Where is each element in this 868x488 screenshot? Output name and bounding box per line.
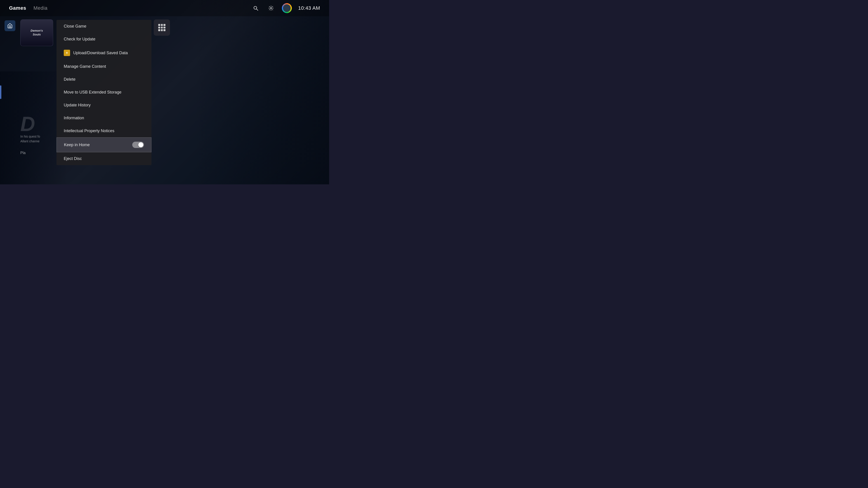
toggle-knob — [138, 142, 143, 147]
menu-item-delete[interactable]: Delete — [57, 73, 151, 86]
svg-line-1 — [256, 9, 258, 11]
settings-button[interactable] — [267, 4, 276, 13]
menu-item-update-history[interactable]: Update History — [57, 99, 151, 111]
game-logo-large: D — [20, 114, 40, 134]
menu-item-keep-home-label: Keep in Home — [64, 142, 90, 147]
ps-plus-icon: + — [64, 50, 70, 56]
game-thumbnail[interactable]: Demon's Souls — [20, 20, 53, 46]
context-menu: Close Game Check for Update + Upload/Dow… — [57, 20, 151, 165]
menu-item-close-game[interactable]: Close Game — [57, 20, 151, 33]
nav-tab-games[interactable]: Games — [9, 5, 26, 11]
menu-item-manage-content-label: Manage Game Content — [64, 64, 106, 69]
menu-item-upload-download-label: Upload/Download Saved Data — [73, 51, 128, 55]
keep-home-toggle-container — [132, 142, 144, 148]
scroll-indicator — [0, 86, 1, 99]
menu-item-close-game-label: Close Game — [64, 24, 86, 29]
menu-item-information[interactable]: Information — [57, 111, 151, 125]
nav-tabs: Games Media — [9, 5, 48, 11]
menu-item-eject-disc[interactable]: Eject Disc — [57, 152, 151, 165]
grid-icon — [158, 24, 165, 31]
background-right-vignette — [193, 0, 329, 184]
profile-avatar-inner — [283, 4, 291, 12]
menu-item-delete-label: Delete — [64, 77, 75, 82]
menu-item-ip-notices-label: Intellectual Property Notices — [64, 129, 114, 133]
menu-item-update-history-label: Update History — [64, 103, 91, 107]
game-description-area: D In his quest fo Allant channe — [20, 114, 40, 144]
menu-item-move-usb-label: Move to USB Extended Storage — [64, 90, 121, 95]
profile-avatar[interactable] — [282, 3, 292, 13]
game-thumbnail-content: Demon's Souls — [21, 20, 53, 46]
menu-item-manage-content[interactable]: Manage Game Content — [57, 60, 151, 73]
top-navigation-bar: Games Media 10:43 AM — [0, 0, 329, 16]
menu-item-eject-disc-label: Eject Disc — [64, 156, 82, 161]
game-thumbnail-title: Demon's Souls — [31, 29, 43, 37]
menu-item-ip-notices[interactable]: Intellectual Property Notices — [57, 125, 151, 137]
menu-item-check-update[interactable]: Check for Update — [57, 33, 151, 46]
game-library-button[interactable] — [154, 20, 170, 36]
game-description-text: In his quest fo Allant channe — [20, 134, 40, 144]
menu-item-check-update-label: Check for Update — [64, 37, 95, 41]
svg-point-2 — [270, 7, 272, 9]
top-bar-right: 10:43 AM — [251, 3, 320, 13]
menu-item-keep-home[interactable]: Keep in Home — [57, 137, 151, 152]
menu-item-move-usb[interactable]: Move to USB Extended Storage — [57, 86, 151, 99]
sidebar-home-icon[interactable] — [4, 20, 16, 31]
search-button[interactable] — [251, 4, 260, 13]
clock-display: 10:43 AM — [298, 5, 320, 11]
nav-tab-media[interactable]: Media — [33, 5, 48, 11]
menu-item-information-label: Information — [64, 116, 84, 121]
keep-home-toggle[interactable] — [132, 142, 144, 148]
sidebar — [4, 20, 16, 31]
menu-item-upload-download[interactable]: + Upload/Download Saved Data — [57, 46, 151, 60]
play-area: Pla — [20, 151, 26, 155]
play-label: Pla — [20, 151, 26, 155]
